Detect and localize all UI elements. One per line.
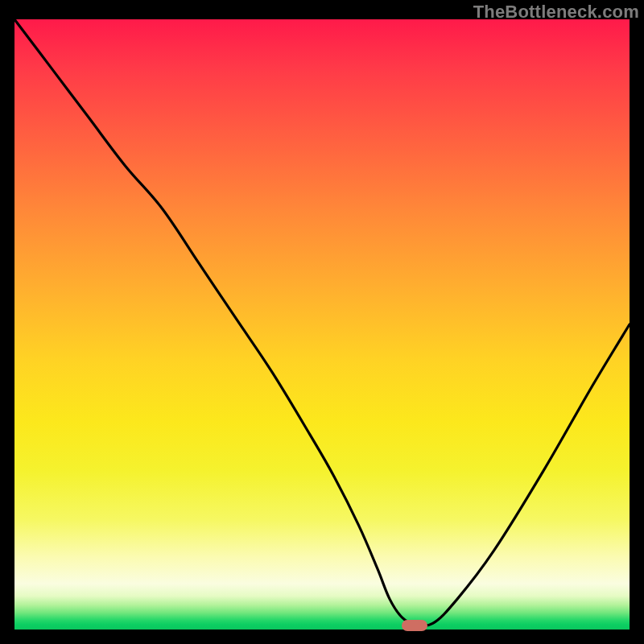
minimum-marker <box>402 620 427 631</box>
chart-frame: TheBottleneck.com <box>0 0 644 644</box>
plot-area <box>14 19 630 630</box>
bottleneck-curve <box>14 19 630 630</box>
watermark-text: TheBottleneck.com <box>473 2 639 23</box>
